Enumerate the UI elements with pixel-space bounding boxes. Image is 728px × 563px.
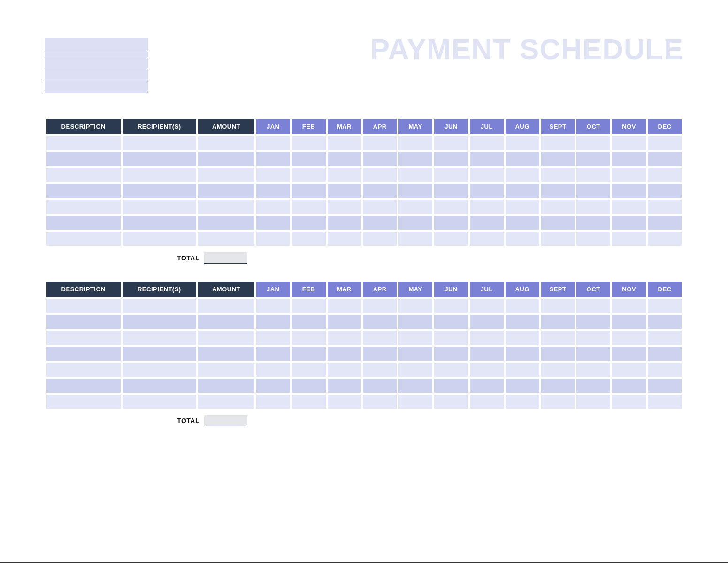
- cell-month[interactable]: [612, 216, 646, 230]
- cell-month[interactable]: [506, 379, 539, 393]
- total-value[interactable]: [204, 252, 247, 264]
- cell-month[interactable]: [398, 232, 432, 246]
- cell-month[interactable]: [470, 216, 504, 230]
- cell-month[interactable]: [328, 331, 361, 345]
- cell-month[interactable]: [434, 232, 468, 246]
- cell-description[interactable]: [46, 152, 121, 166]
- cell-month[interactable]: [576, 216, 610, 230]
- total-value[interactable]: [204, 415, 247, 426]
- cell-month[interactable]: [612, 363, 646, 377]
- cell-month[interactable]: [612, 136, 646, 150]
- cell-month[interactable]: [434, 347, 468, 361]
- cell-month[interactable]: [648, 315, 682, 329]
- cell-month[interactable]: [648, 395, 682, 409]
- cell-month[interactable]: [328, 299, 361, 313]
- cell-month[interactable]: [506, 299, 539, 313]
- cell-month[interactable]: [256, 200, 290, 214]
- cell-month[interactable]: [470, 184, 504, 198]
- cell-month[interactable]: [506, 200, 539, 214]
- cell-month[interactable]: [434, 216, 468, 230]
- cell-month[interactable]: [363, 184, 397, 198]
- cell-month[interactable]: [470, 347, 504, 361]
- cell-month[interactable]: [612, 347, 646, 361]
- cell-month[interactable]: [256, 315, 290, 329]
- cell-month[interactable]: [576, 363, 610, 377]
- cell-description[interactable]: [46, 347, 121, 361]
- cell-description[interactable]: [46, 395, 121, 409]
- cell-month[interactable]: [470, 200, 504, 214]
- cell-month[interactable]: [576, 347, 610, 361]
- cell-month[interactable]: [363, 200, 397, 214]
- cell-description[interactable]: [46, 232, 121, 246]
- cell-month[interactable]: [470, 136, 504, 150]
- cell-month[interactable]: [292, 200, 326, 214]
- cell-month[interactable]: [398, 200, 432, 214]
- cell-month[interactable]: [292, 232, 326, 246]
- cell-month[interactable]: [648, 299, 682, 313]
- cell-description[interactable]: [46, 363, 121, 377]
- cell-month[interactable]: [648, 232, 682, 246]
- cell-month[interactable]: [541, 168, 575, 182]
- cell-amount[interactable]: [198, 315, 254, 329]
- cell-month[interactable]: [292, 184, 326, 198]
- cell-description[interactable]: [46, 299, 121, 313]
- cell-month[interactable]: [648, 168, 682, 182]
- cell-recipients[interactable]: [123, 299, 197, 313]
- cell-description[interactable]: [46, 331, 121, 345]
- cell-month[interactable]: [398, 331, 432, 345]
- cell-month[interactable]: [256, 152, 290, 166]
- cell-amount[interactable]: [198, 299, 254, 313]
- cell-month[interactable]: [541, 395, 575, 409]
- cell-month[interactable]: [506, 315, 539, 329]
- cell-month[interactable]: [576, 299, 610, 313]
- cell-month[interactable]: [328, 363, 361, 377]
- cell-month[interactable]: [256, 184, 290, 198]
- cell-month[interactable]: [541, 232, 575, 246]
- cell-month[interactable]: [292, 152, 326, 166]
- cell-month[interactable]: [398, 216, 432, 230]
- cell-month[interactable]: [363, 315, 397, 329]
- cell-recipients[interactable]: [123, 200, 197, 214]
- cell-recipients[interactable]: [123, 331, 197, 345]
- info-line[interactable]: [45, 71, 148, 82]
- cell-month[interactable]: [256, 379, 290, 393]
- cell-amount[interactable]: [198, 152, 254, 166]
- cell-month[interactable]: [434, 379, 468, 393]
- cell-month[interactable]: [470, 152, 504, 166]
- cell-month[interactable]: [506, 184, 539, 198]
- cell-month[interactable]: [541, 200, 575, 214]
- cell-amount[interactable]: [198, 331, 254, 345]
- cell-recipients[interactable]: [123, 379, 197, 393]
- cell-month[interactable]: [363, 395, 397, 409]
- cell-month[interactable]: [328, 379, 361, 393]
- cell-month[interactable]: [541, 152, 575, 166]
- cell-month[interactable]: [576, 395, 610, 409]
- cell-month[interactable]: [648, 152, 682, 166]
- cell-month[interactable]: [398, 379, 432, 393]
- cell-description[interactable]: [46, 168, 121, 182]
- cell-month[interactable]: [328, 200, 361, 214]
- cell-month[interactable]: [576, 200, 610, 214]
- cell-month[interactable]: [648, 184, 682, 198]
- cell-month[interactable]: [363, 347, 397, 361]
- cell-amount[interactable]: [198, 232, 254, 246]
- cell-month[interactable]: [398, 299, 432, 313]
- cell-month[interactable]: [576, 152, 610, 166]
- cell-month[interactable]: [541, 216, 575, 230]
- cell-month[interactable]: [648, 347, 682, 361]
- cell-month[interactable]: [363, 379, 397, 393]
- cell-month[interactable]: [256, 395, 290, 409]
- cell-month[interactable]: [470, 379, 504, 393]
- cell-month[interactable]: [328, 168, 361, 182]
- cell-month[interactable]: [434, 395, 468, 409]
- cell-month[interactable]: [434, 184, 468, 198]
- cell-month[interactable]: [363, 136, 397, 150]
- cell-month[interactable]: [363, 152, 397, 166]
- cell-month[interactable]: [612, 395, 646, 409]
- cell-month[interactable]: [256, 331, 290, 345]
- cell-recipients[interactable]: [123, 168, 197, 182]
- cell-description[interactable]: [46, 200, 121, 214]
- cell-month[interactable]: [363, 331, 397, 345]
- cell-month[interactable]: [576, 331, 610, 345]
- cell-month[interactable]: [541, 315, 575, 329]
